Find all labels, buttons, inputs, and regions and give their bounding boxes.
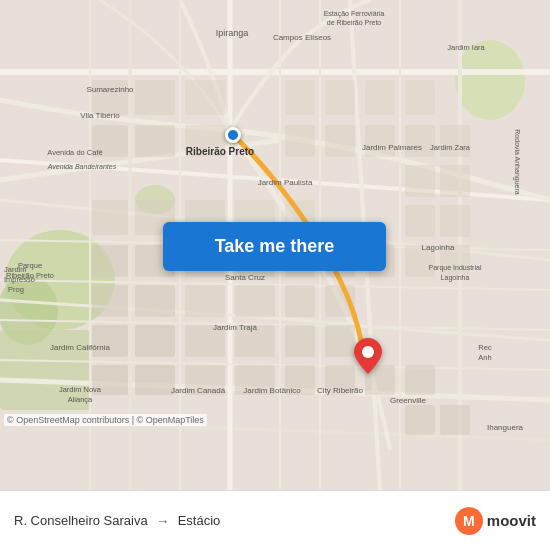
route-info: R. Conselheiro Saraiva → Estácio — [14, 513, 455, 529]
route-to: Estácio — [178, 513, 221, 528]
svg-text:Avenida do Café: Avenida do Café — [47, 148, 102, 157]
svg-rect-78 — [440, 405, 470, 435]
svg-point-114 — [362, 346, 374, 358]
svg-text:Ribeirão Preto: Ribeirão Preto — [186, 146, 254, 157]
svg-text:Greenville: Greenville — [390, 396, 427, 405]
svg-rect-72 — [440, 165, 470, 197]
svg-text:Lagoinha: Lagoinha — [422, 243, 455, 252]
route-arrow: → — [156, 513, 170, 529]
svg-rect-61 — [365, 80, 395, 115]
svg-text:Estação Ferroviária: Estação Ferroviária — [324, 10, 385, 18]
svg-rect-46 — [285, 325, 315, 357]
svg-text:Jardim Nova: Jardim Nova — [59, 385, 102, 394]
svg-text:Avenida Bandeirantes: Avenida Bandeirantes — [47, 163, 117, 170]
svg-rect-74 — [440, 205, 470, 237]
svg-rect-49 — [135, 365, 175, 395]
svg-text:Lagoinha: Lagoinha — [441, 274, 470, 282]
svg-rect-43 — [135, 325, 175, 357]
svg-text:Jardim Paulista: Jardim Paulista — [258, 178, 313, 187]
svg-text:Jardim Iara: Jardim Iara — [447, 43, 485, 52]
svg-rect-39 — [235, 285, 275, 317]
svg-rect-71 — [405, 165, 435, 197]
svg-point-4 — [455, 40, 525, 120]
bottom-bar: R. Conselheiro Saraiva → Estácio M moovi… — [0, 490, 550, 550]
svg-rect-36 — [92, 285, 128, 317]
svg-rect-70 — [440, 125, 470, 157]
svg-text:Jardim Califórnia: Jardim Califórnia — [50, 343, 111, 352]
svg-rect-77 — [405, 405, 435, 435]
svg-text:Jardim Canadá: Jardim Canadá — [171, 386, 226, 395]
svg-text:Jardim Palmares: Jardim Palmares — [362, 143, 422, 152]
svg-text:Santa Cruz: Santa Cruz — [225, 273, 265, 282]
svg-rect-68 — [365, 125, 395, 157]
svg-rect-42 — [92, 325, 128, 357]
svg-rect-66 — [285, 125, 315, 157]
svg-text:Jardim Trajá: Jardim Trajá — [213, 323, 258, 332]
svg-text:Prog: Prog — [8, 285, 24, 294]
svg-rect-55 — [405, 365, 435, 395]
svg-rect-59 — [285, 80, 315, 115]
destination-marker — [354, 338, 382, 378]
svg-text:Parque Industrial: Parque Industrial — [429, 264, 482, 272]
svg-rect-57 — [135, 80, 175, 115]
svg-rect-64 — [135, 125, 175, 157]
take-me-there-button[interactable]: Take me there — [163, 222, 386, 271]
svg-text:City Ribeirão: City Ribeirão — [317, 386, 363, 395]
svg-rect-69 — [405, 125, 435, 157]
svg-text:Ihanguera: Ihanguera — [487, 423, 524, 432]
svg-rect-60 — [325, 80, 355, 115]
svg-text:Jardim Botânico: Jardim Botânico — [243, 386, 301, 395]
svg-text:Ipiranga: Ipiranga — [216, 28, 249, 38]
route-from: R. Conselheiro Saraiva — [14, 513, 148, 528]
svg-rect-62 — [405, 80, 435, 115]
svg-text:Campos Elíseos: Campos Elíseos — [273, 33, 331, 42]
svg-text:Impresso: Impresso — [4, 275, 35, 284]
moovit-logo: M moovit — [455, 507, 536, 535]
svg-text:Vila Tibério: Vila Tibério — [80, 111, 120, 120]
svg-rect-47 — [325, 325, 355, 357]
svg-text:Rodovia Anhanguera: Rodovia Anhanguera — [513, 129, 521, 194]
svg-text:de Ribeirão Preto: de Ribeirão Preto — [327, 19, 382, 26]
copyright-text: © OpenStreetMap contributors | © OpenMap… — [4, 414, 207, 426]
origin-marker — [225, 127, 241, 143]
svg-text:Aliança: Aliança — [68, 395, 93, 404]
svg-text:Sumarezinho: Sumarezinho — [86, 85, 134, 94]
map-container: Ipiranga Sumarezinho Vila Tibério Avenid… — [0, 0, 550, 490]
svg-rect-58 — [185, 80, 225, 115]
svg-rect-40 — [285, 285, 315, 317]
svg-rect-37 — [135, 285, 175, 317]
svg-text:Jardim Zara: Jardim Zara — [430, 143, 471, 152]
moovit-brand-name: moovit — [487, 512, 536, 529]
svg-rect-38 — [185, 285, 225, 317]
svg-text:Rec: Rec — [478, 343, 492, 352]
svg-rect-24 — [92, 200, 128, 235]
svg-text:Anh: Anh — [478, 353, 491, 362]
svg-rect-73 — [405, 205, 435, 237]
svg-text:Jardim: Jardim — [4, 265, 27, 274]
svg-rect-29 — [92, 245, 128, 277]
svg-rect-67 — [325, 125, 355, 157]
moovit-icon: M — [455, 507, 483, 535]
